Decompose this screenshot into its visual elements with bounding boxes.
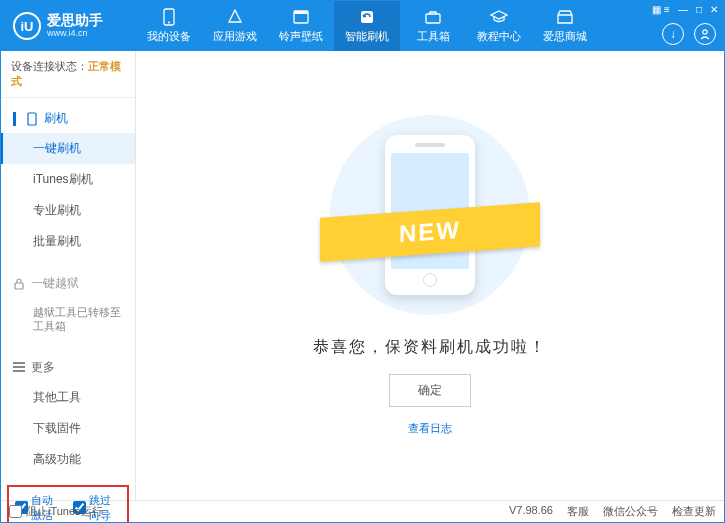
titlebar: iU 爱思助手 www.i4.cn 我的设备 应用游戏 铃声壁纸 智能刷机 工具… bbox=[1, 1, 724, 51]
sidebar: 设备连接状态：正常模式 刷机 一键刷机 iTunes刷机 专业刷机 批量刷机 一… bbox=[1, 51, 136, 500]
app-url: www.i4.cn bbox=[47, 29, 103, 39]
maximize-icon[interactable]: □ bbox=[696, 4, 702, 15]
svg-rect-4 bbox=[361, 11, 373, 23]
minimize-icon[interactable]: — bbox=[678, 4, 688, 15]
svg-point-6 bbox=[703, 30, 707, 34]
main-nav: 我的设备 应用游戏 铃声壁纸 智能刷机 工具箱 教程中心 爱思商城 bbox=[136, 1, 724, 51]
menu-icon bbox=[13, 366, 25, 368]
section-flash[interactable]: 刷机 bbox=[1, 104, 135, 133]
success-message: 恭喜您，保资料刷机成功啦！ bbox=[313, 337, 547, 358]
flash-icon bbox=[358, 8, 376, 26]
toolbox-icon bbox=[424, 8, 442, 26]
support-link[interactable]: 客服 bbox=[567, 504, 589, 519]
lock-icon bbox=[13, 278, 25, 290]
jailbreak-note: 越狱工具已转移至 工具箱 bbox=[1, 298, 135, 341]
sidebar-item-download[interactable]: 下载固件 bbox=[1, 413, 135, 444]
ok-button[interactable]: 确定 bbox=[389, 374, 471, 407]
sidebar-item-advanced[interactable]: 高级功能 bbox=[1, 444, 135, 475]
section-jailbreak[interactable]: 一键越狱 bbox=[1, 269, 135, 298]
app-title: 爱思助手 bbox=[47, 13, 103, 28]
section-more[interactable]: 更多 bbox=[1, 353, 135, 382]
svg-rect-3 bbox=[294, 11, 308, 14]
store-icon bbox=[556, 8, 574, 26]
nav-apps[interactable]: 应用游戏 bbox=[202, 1, 268, 51]
connection-status: 设备连接状态：正常模式 bbox=[1, 51, 135, 98]
nav-flash[interactable]: 智能刷机 bbox=[334, 1, 400, 51]
phone-icon bbox=[26, 112, 38, 126]
sidebar-item-other[interactable]: 其他工具 bbox=[1, 382, 135, 413]
nav-my-device[interactable]: 我的设备 bbox=[136, 1, 202, 51]
sidebar-item-batch[interactable]: 批量刷机 bbox=[1, 226, 135, 257]
logo: iU 爱思助手 www.i4.cn bbox=[1, 12, 136, 40]
window-controls: ▦ ≡ — □ ✕ bbox=[652, 4, 718, 15]
nav-tutorial[interactable]: 教程中心 bbox=[466, 1, 532, 51]
nav-ringtones[interactable]: 铃声壁纸 bbox=[268, 1, 334, 51]
svg-rect-8 bbox=[15, 283, 23, 289]
nav-toolbox[interactable]: 工具箱 bbox=[400, 1, 466, 51]
user-icon[interactable] bbox=[694, 23, 716, 45]
main-content: NEW 恭喜您，保资料刷机成功啦！ 确定 查看日志 bbox=[136, 51, 724, 500]
svg-rect-5 bbox=[426, 14, 440, 23]
grad-cap-icon bbox=[490, 8, 508, 26]
update-link[interactable]: 检查更新 bbox=[672, 504, 716, 519]
nav-store[interactable]: 爱思商城 bbox=[532, 1, 598, 51]
wechat-link[interactable]: 微信公众号 bbox=[603, 504, 658, 519]
view-log-link[interactable]: 查看日志 bbox=[408, 421, 452, 436]
logo-icon: iU bbox=[13, 12, 41, 40]
version-label: V7.98.66 bbox=[509, 504, 553, 519]
user-controls: ↓ bbox=[662, 23, 716, 45]
close-icon[interactable]: ✕ bbox=[710, 4, 718, 15]
download-icon[interactable]: ↓ bbox=[662, 23, 684, 45]
success-illustration: NEW bbox=[330, 115, 530, 315]
sidebar-item-itunes[interactable]: iTunes刷机 bbox=[1, 164, 135, 195]
block-itunes[interactable]: 阻止iTunes运行 bbox=[9, 504, 103, 519]
window-menu-icon[interactable]: ▦ ≡ bbox=[652, 4, 670, 15]
sidebar-item-oneclick[interactable]: 一键刷机 bbox=[1, 133, 135, 164]
apps-icon bbox=[226, 8, 244, 26]
phone-icon bbox=[160, 8, 178, 26]
checkbox-block-itunes[interactable] bbox=[9, 505, 22, 518]
svg-rect-7 bbox=[28, 113, 36, 125]
wallpaper-icon bbox=[292, 8, 310, 26]
sidebar-item-pro[interactable]: 专业刷机 bbox=[1, 195, 135, 226]
svg-point-1 bbox=[168, 22, 170, 24]
